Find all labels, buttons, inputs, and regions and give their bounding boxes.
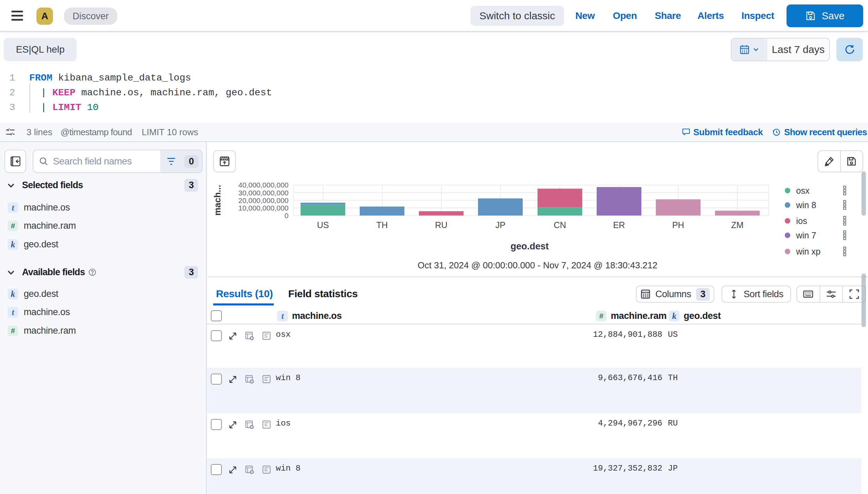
svg-text:ZM: ZM: [731, 220, 744, 230]
svg-text:RU: RU: [435, 220, 447, 230]
svg-text:30,000,000,000: 30,000,000,000: [238, 189, 289, 197]
svg-text:TH: TH: [376, 220, 388, 230]
svg-text:ER: ER: [613, 220, 625, 230]
svg-text:win xp: win xp: [796, 247, 821, 256]
svg-text:10,000,000,000: 10,000,000,000: [238, 204, 289, 212]
svg-text:0: 0: [284, 212, 289, 219]
svg-text:ios: ios: [796, 216, 807, 226]
svg-text:PH: PH: [672, 220, 684, 230]
svg-text:20,000,000,000: 20,000,000,000: [238, 196, 289, 204]
svg-text:JP: JP: [495, 220, 505, 230]
svg-text:mach...: mach...: [212, 185, 223, 216]
svg-text:Oct 31, 2024 @ 00:00:00.000 -: Oct 31, 2024 @ 00:00:00.000 - Nov 7, 202…: [417, 260, 658, 270]
svg-text:40,000,000,000: 40,000,000,000: [238, 181, 289, 189]
svg-text:osx: osx: [796, 186, 810, 195]
svg-text:CN: CN: [554, 220, 566, 230]
svg-text:US: US: [317, 220, 329, 230]
svg-text:win 7: win 7: [796, 230, 816, 240]
svg-text:geo.dest: geo.dest: [510, 241, 549, 251]
svg-text:win 8: win 8: [796, 200, 816, 210]
